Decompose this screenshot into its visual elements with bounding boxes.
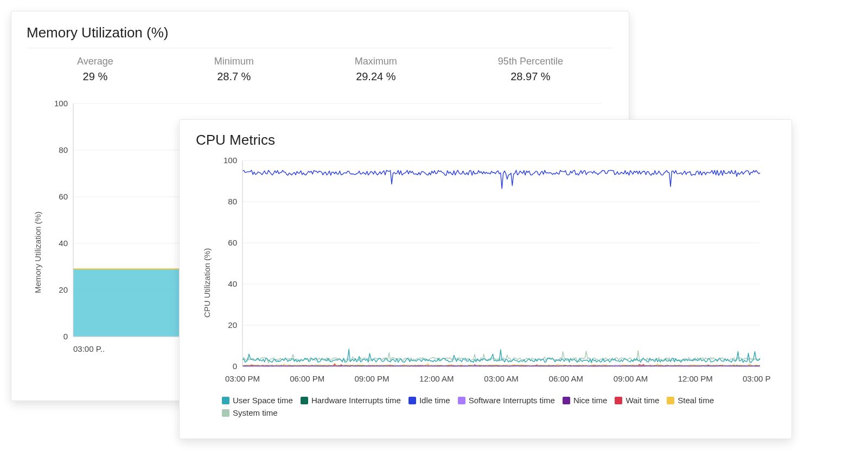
stat-value: 28.7 % xyxy=(214,70,254,83)
svg-text:03:00 AM: 03:00 AM xyxy=(484,374,518,383)
legend-item[interactable]: Hardware Interrupts time xyxy=(301,396,401,405)
svg-text:80: 80 xyxy=(228,197,237,206)
svg-text:09:00 AM: 09:00 AM xyxy=(614,374,648,383)
stat-value: 29 % xyxy=(77,70,113,83)
svg-text:40: 40 xyxy=(59,238,68,248)
memory-stats-row: Average 29 % Minimum 28.7 % Maximum 29.2… xyxy=(27,56,614,83)
svg-text:0: 0 xyxy=(63,332,68,341)
stat-minimum: Minimum 28.7 % xyxy=(214,56,254,83)
svg-text:09:00 PM: 09:00 PM xyxy=(354,374,389,383)
svg-text:12:00 AM: 12:00 AM xyxy=(419,374,454,383)
legend-item[interactable]: Wait time xyxy=(615,396,659,405)
stat-value: 28.97 % xyxy=(498,70,563,83)
cpu-legend: User Space timeHardware Interrupts timeI… xyxy=(222,396,775,417)
stat-label: Minimum xyxy=(214,56,254,67)
svg-text:03:00 PM: 03:00 PM xyxy=(743,374,771,383)
legend-label: Nice time xyxy=(573,396,608,405)
legend-swatch xyxy=(563,397,570,404)
svg-text:03:00 P..: 03:00 P.. xyxy=(73,344,105,353)
legend-item[interactable]: Steal time xyxy=(667,396,714,405)
legend-swatch xyxy=(301,397,308,404)
svg-text:20: 20 xyxy=(228,320,237,330)
stat-label: 95th Percentile xyxy=(498,56,563,67)
cpu-y-axis-label: CPU Utilization (%) xyxy=(202,248,212,318)
legend-label: User Space time xyxy=(233,396,293,405)
svg-text:0: 0 xyxy=(233,362,237,371)
legend-label: Idle time xyxy=(419,396,450,405)
stat-label: Maximum xyxy=(355,56,397,67)
cpu-card-title: CPU Metrics xyxy=(196,132,775,149)
legend-item[interactable]: User Space time xyxy=(222,396,293,405)
stat-p95: 95th Percentile 28.97 % xyxy=(498,56,563,83)
cpu-chart-wrap: CPU Utilization (%) 02040608010003:00 PM… xyxy=(196,155,775,388)
legend-swatch xyxy=(409,397,416,404)
memory-card-title: Memory Utilization (%) xyxy=(27,24,614,41)
legend-item[interactable]: System time xyxy=(222,408,278,417)
stat-label: Average xyxy=(77,56,113,67)
legend-swatch xyxy=(458,397,465,404)
svg-text:03:00 PM: 03:00 PM xyxy=(225,374,260,383)
stat-average: Average 29 % xyxy=(77,56,113,83)
legend-item[interactable]: Software Interrupts time xyxy=(458,396,555,405)
legend-swatch xyxy=(222,397,229,404)
legend-item[interactable]: Nice time xyxy=(563,396,608,405)
cpu-card: CPU Metrics CPU Utilization (%) 02040608… xyxy=(179,119,792,439)
legend-item[interactable]: Idle time xyxy=(409,396,450,405)
svg-text:20: 20 xyxy=(59,285,68,294)
svg-text:06:00 AM: 06:00 AM xyxy=(549,374,583,383)
stat-maximum: Maximum 29.24 % xyxy=(355,56,397,83)
legend-swatch xyxy=(667,397,674,404)
svg-text:80: 80 xyxy=(59,145,68,154)
divider xyxy=(27,48,614,48)
svg-text:40: 40 xyxy=(228,279,237,288)
legend-swatch xyxy=(615,397,622,404)
svg-text:06:00 PM: 06:00 PM xyxy=(290,374,324,383)
svg-text:60: 60 xyxy=(59,192,68,201)
legend-label: Hardware Interrupts time xyxy=(311,396,401,405)
legend-label: Wait time xyxy=(626,396,659,405)
memory-y-axis-label: Memory Utilization (%) xyxy=(33,211,42,293)
legend-swatch xyxy=(222,409,229,417)
legend-label: System time xyxy=(233,408,278,417)
cpu-chart: 02040608010003:00 PM06:00 PM09:00 PM12:0… xyxy=(196,155,771,388)
svg-text:12:00 PM: 12:00 PM xyxy=(678,374,713,383)
legend-label: Steal time xyxy=(678,396,714,405)
svg-text:100: 100 xyxy=(224,156,237,165)
svg-text:60: 60 xyxy=(228,238,237,247)
svg-text:100: 100 xyxy=(54,99,68,108)
stat-value: 29.24 % xyxy=(355,70,397,83)
legend-label: Software Interrupts time xyxy=(469,396,555,405)
